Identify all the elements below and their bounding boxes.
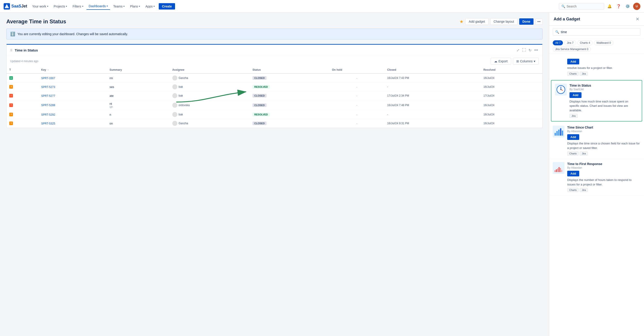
assignee-cell: Ganzha bbox=[172, 121, 247, 126]
issue-key[interactable]: SPRT-3307 bbox=[41, 77, 55, 80]
minimize-button[interactable]: ⤢ bbox=[516, 47, 520, 53]
assignee-avatar bbox=[172, 121, 177, 126]
export-button[interactable]: ☁ Export bbox=[491, 58, 511, 65]
assignee-name: bak bbox=[179, 94, 183, 97]
issue-key[interactable]: SPRT-5288 bbox=[41, 104, 55, 107]
issue-key[interactable]: SPRT-5273 bbox=[41, 85, 55, 89]
nav-item-teams[interactable]: Teams ▾ bbox=[111, 3, 127, 10]
add-gadget-button[interactable]: Add bbox=[567, 59, 579, 64]
add-gadget-button[interactable]: Add gadget bbox=[465, 18, 488, 25]
status-badge: CLOSED bbox=[252, 121, 266, 125]
assignee-avatar bbox=[172, 112, 177, 117]
search-input[interactable] bbox=[566, 5, 602, 8]
gadget-by: By Atlassian bbox=[567, 166, 640, 169]
gadget-tag: Jira bbox=[580, 72, 588, 76]
svg-point-6 bbox=[560, 89, 561, 90]
assignee-name: bak bbox=[179, 85, 183, 88]
assignee-cell: bak bbox=[172, 112, 247, 117]
closed-cell: 17/Jul/24 2:34 PM bbox=[384, 91, 481, 100]
svg-rect-7 bbox=[554, 133, 556, 136]
table-row: ? SPRT-5325 on Ganzha CLOSED - 16/Jul/24… bbox=[6, 119, 542, 128]
closed-cell: 16/Jul/24 7:43 PM bbox=[384, 73, 481, 83]
chevron-down-icon: ▾ bbox=[154, 5, 155, 8]
columns-button[interactable]: ⊞ Columns ▾ bbox=[513, 58, 539, 65]
nav-item-your-work[interactable]: Your work ▾ bbox=[30, 3, 50, 10]
logo[interactable]: SaaSJet bbox=[4, 3, 27, 10]
gadget-tags: ChartsJira bbox=[567, 72, 640, 76]
chevron-down-icon: ▾ bbox=[139, 5, 140, 8]
refresh-button[interactable]: ↻ bbox=[528, 47, 532, 53]
logo-icon bbox=[4, 3, 10, 10]
on-hold-cell: - bbox=[329, 91, 384, 100]
filter-tag[interactable]: Wallboard 0 bbox=[594, 40, 614, 45]
filter-tag[interactable]: Jira 7 bbox=[564, 40, 576, 45]
filter-tag[interactable]: Jira Service Management 0 bbox=[553, 47, 591, 52]
issue-key[interactable]: SPRT-5292 bbox=[41, 113, 55, 116]
panel-search-input[interactable] bbox=[561, 30, 638, 34]
status-badge: CLOSED bbox=[252, 103, 266, 107]
gadget-tag: Charts bbox=[567, 72, 578, 76]
widget-controls: ⤢ ⛶ ↻ ••• bbox=[516, 47, 539, 53]
widget-title: Time in Status bbox=[15, 48, 516, 52]
gadget-tag: Charts bbox=[567, 151, 578, 155]
widget-toolbar: Updated 4 minutes ago ☁ Export ⊞ Columns… bbox=[6, 56, 542, 66]
panel-header: Add a Gadget ✕ bbox=[549, 13, 644, 26]
avatar[interactable]: U bbox=[633, 3, 640, 10]
add-gadget-button[interactable]: Add bbox=[567, 171, 579, 177]
svg-rect-13 bbox=[556, 169, 557, 172]
nav-item-dashboards[interactable]: Dashboards ▾ bbox=[86, 3, 110, 10]
nav-item-filters[interactable]: Filters ▾ bbox=[70, 3, 85, 10]
nav-item-projects[interactable]: Projects ▾ bbox=[52, 3, 70, 10]
assignee-name: ordovska bbox=[179, 104, 190, 107]
panel-search-area: 🔍 bbox=[549, 26, 644, 39]
gadget-desc: Displays the number of hours taken to re… bbox=[567, 178, 640, 187]
gadget-tag: Jira bbox=[570, 114, 578, 118]
panel-title: Add a Gadget bbox=[554, 17, 580, 22]
gadget-item-time-to-first-response: Time to First Response By Atlassian Add … bbox=[549, 159, 644, 196]
summary-main: ate bbox=[110, 94, 167, 97]
panel-search-box[interactable]: 🔍 bbox=[553, 28, 640, 36]
table-row: ! SPRT-5288 nt igh ordovska CLOSED - 16/… bbox=[6, 100, 542, 110]
more-button[interactable]: ••• bbox=[535, 19, 542, 25]
issue-key[interactable]: SPRT-5277 bbox=[41, 94, 55, 97]
type-icon: ! bbox=[9, 103, 13, 107]
add-gadget-button[interactable]: Add bbox=[570, 92, 582, 98]
done-button[interactable]: Done bbox=[519, 18, 534, 25]
widget-header: ⠿ Time in Status ⤢ ⛶ ↻ ••• bbox=[6, 45, 542, 56]
chevron-down-icon: ▾ bbox=[47, 5, 48, 8]
status-badge: CLOSED bbox=[252, 94, 266, 97]
expand-button[interactable]: ⛶ bbox=[522, 47, 526, 53]
svg-rect-9 bbox=[558, 130, 560, 136]
nav-item-plans[interactable]: Plans ▾ bbox=[128, 3, 142, 10]
help-button[interactable]: ❓ bbox=[615, 3, 622, 10]
left-panel: Average Time in Status ★ Add gadget Chan… bbox=[0, 13, 549, 336]
notifications-button[interactable]: 🔔 bbox=[606, 3, 613, 10]
on-hold-cell: - bbox=[329, 119, 384, 128]
close-panel-button[interactable]: ✕ bbox=[636, 16, 640, 22]
svg-rect-16 bbox=[560, 168, 561, 172]
table-row: + SPRT-3307 rm Ganzha CLOSED - 16/Jul/24… bbox=[6, 73, 542, 83]
type-icon: ? bbox=[9, 85, 13, 89]
gadget-by: By Atlassian bbox=[567, 130, 640, 133]
col-closed: Closed bbox=[384, 66, 481, 73]
summary-main: ses bbox=[110, 85, 167, 89]
gadget-tags: ChartsJira bbox=[567, 188, 640, 192]
gadget-panel: Add a Gadget ✕ 🔍 All 7Jira 7Charts 4Wall… bbox=[549, 13, 644, 336]
assignee-avatar bbox=[172, 76, 177, 80]
add-gadget-button[interactable]: Add bbox=[567, 134, 579, 140]
change-layout-button[interactable]: Change layout bbox=[490, 18, 518, 25]
star-button[interactable]: ★ bbox=[460, 19, 464, 24]
search-box[interactable]: 🔍 bbox=[559, 3, 604, 10]
issue-key[interactable]: SPRT-5325 bbox=[41, 122, 55, 125]
col-key[interactable]: Key ↑ bbox=[38, 66, 107, 73]
assignee-avatar bbox=[172, 84, 177, 89]
nav-item-apps[interactable]: Apps ▾ bbox=[143, 3, 157, 10]
filter-tag[interactable]: All 7 bbox=[553, 40, 563, 45]
drag-handle-icon[interactable]: ⠿ bbox=[10, 49, 12, 52]
on-hold-cell: - bbox=[329, 73, 384, 83]
widget-more-button[interactable]: ••• bbox=[534, 47, 539, 53]
filter-tag[interactable]: Charts 4 bbox=[578, 40, 592, 45]
gadget-desc: Displays how much time each issue spent … bbox=[570, 99, 638, 113]
create-button[interactable]: Create bbox=[159, 3, 175, 10]
settings-button[interactable]: ⚙️ bbox=[624, 3, 631, 10]
